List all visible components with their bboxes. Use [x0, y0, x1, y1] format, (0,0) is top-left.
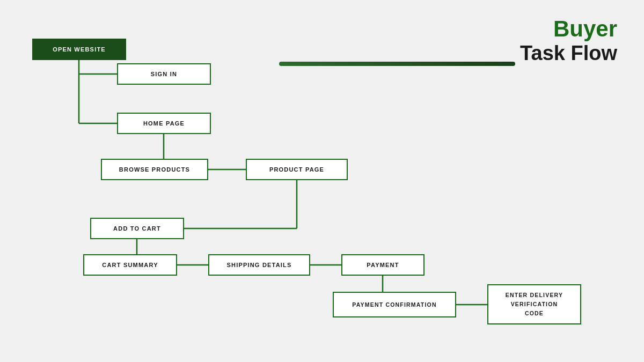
node-product-page: PRODUCT PAGE — [246, 159, 348, 180]
node-home-page: HOME PAGE — [117, 113, 211, 134]
node-sign-in: SIGN IN — [117, 63, 211, 85]
node-browse-products: BROWSE PRODUCTS — [101, 159, 208, 180]
node-open-website: OPEN WEBSITE — [32, 39, 126, 60]
node-add-to-cart: ADD TO CART — [90, 218, 184, 239]
node-enter-delivery: ENTER DELIVERYVERIFICATIONCODE — [487, 284, 581, 324]
flowchart: OPEN WEBSITE SIGN IN HOME PAGE BROWSE PR… — [0, 0, 644, 362]
node-cart-summary: CART SUMMARY — [83, 254, 177, 276]
node-payment: PAYMENT — [341, 254, 425, 276]
node-payment-confirmation: PAYMENT CONFIRMATION — [333, 292, 456, 317]
node-shipping-details: SHIPPING DETAILS — [208, 254, 310, 276]
